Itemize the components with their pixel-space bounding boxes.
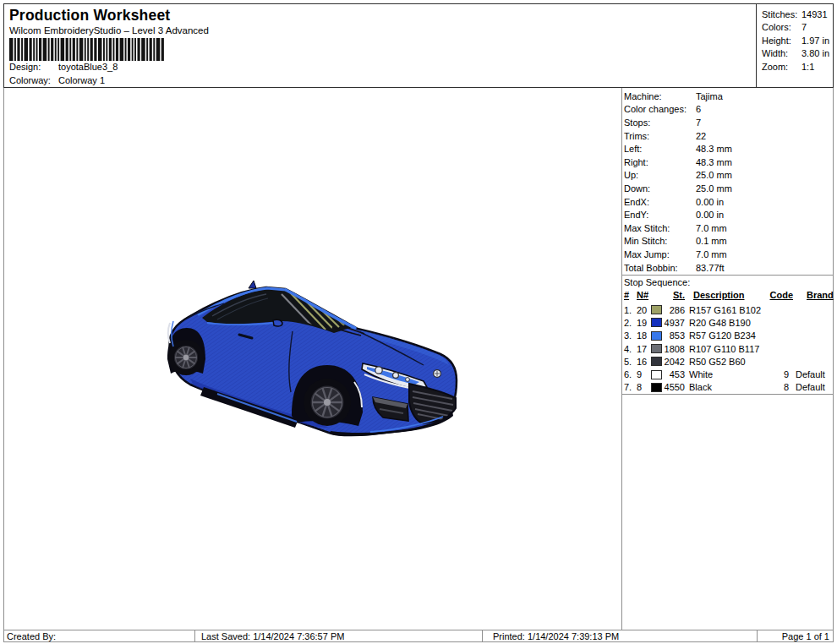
design-label: Design: xyxy=(9,62,58,72)
production-worksheet-page: Production Worksheet Wilcom EmbroiderySt… xyxy=(0,0,837,644)
machine-info-label: Color changes: xyxy=(624,104,696,114)
machine-info-label: Max Jump: xyxy=(624,249,696,259)
col-number: # xyxy=(624,290,637,300)
thread-description: R57 G120 B234 xyxy=(689,330,763,341)
created-by-label: Created By: xyxy=(7,631,56,641)
row-number: 6. xyxy=(624,369,637,379)
page-right-border xyxy=(833,88,834,641)
machine-info-value: 83.77ft xyxy=(696,263,725,273)
col-code: Code xyxy=(768,290,793,300)
stat-value: 1:1 xyxy=(801,61,814,74)
stat-row: Stitches: 14931 xyxy=(762,8,833,21)
machine-info-row: Max Stitch: 7.0 mm xyxy=(622,221,832,235)
machine-info-label: Up: xyxy=(624,170,696,180)
row-number: 1. xyxy=(624,305,637,315)
stop-sequence-row: 1. 20 286 R157 G161 B102 xyxy=(624,303,832,316)
stat-row: Colors: 7 xyxy=(762,21,833,34)
stat-label: Height: xyxy=(762,35,801,47)
machine-info-value: 7.0 mm xyxy=(696,223,727,233)
machine-info-row: Max Jump: 7.0 mm xyxy=(622,248,832,261)
col-stitches: St. xyxy=(664,290,685,300)
machine-info-value: 25.0 mm xyxy=(696,183,732,194)
stop-sequence-row: 3. 18 853 R57 G120 B234 xyxy=(624,330,832,342)
stitch-count: 4550 xyxy=(664,382,685,392)
machine-info-row: Color changes: 6 xyxy=(622,103,832,117)
page-left-border xyxy=(3,88,4,641)
row-number: 2. xyxy=(624,318,637,328)
page-number: Page 1 of 1 xyxy=(757,631,829,641)
app-subtitle: Wilcom EmbroideryStudio – Level 3 Advanc… xyxy=(9,25,209,35)
machine-info-row: Left: 48.3 mm xyxy=(622,142,832,156)
machine-info-value: 7 xyxy=(696,117,701,128)
footer-divider-1 xyxy=(194,630,195,641)
machine-info-value: 0.1 mm xyxy=(696,236,727,246)
needle-number: 8 xyxy=(637,382,651,392)
thread-code: 8 xyxy=(763,382,789,392)
page-title: Production Worksheet xyxy=(9,7,170,25)
stop-sequence-row: 2. 19 4937 R20 G48 B190 xyxy=(624,316,832,329)
thread-description: R107 G110 B117 xyxy=(689,344,763,354)
machine-info-value: 6 xyxy=(696,104,701,114)
needle-number: 18 xyxy=(637,330,651,341)
stat-row: Width: 3.80 in xyxy=(762,47,833,60)
machine-info-row: EndX: 0.00 in xyxy=(622,195,832,209)
stat-value: 14931 xyxy=(801,8,828,21)
machine-info-value: Tajima xyxy=(696,91,723,101)
stitch-count: 286 xyxy=(664,305,685,315)
machine-info-value: 48.3 mm xyxy=(696,144,732,154)
footer-divider-2 xyxy=(482,630,483,641)
stop-sequence-row: 6. 9 453 White 9 Default xyxy=(624,368,832,380)
row-number: 7. xyxy=(624,382,637,392)
stitch-count: 4937 xyxy=(664,318,685,328)
stop-sequence-row: 4. 17 1808 R107 G110 B117 xyxy=(624,342,832,355)
needle-number: 17 xyxy=(637,344,651,354)
machine-info-row: Stops: 7 xyxy=(622,116,832,129)
machine-info-panel: Machine: Tajima Color changes: 6 Stops: … xyxy=(622,90,832,274)
needle-number: 19 xyxy=(637,318,651,328)
thread-description: Black xyxy=(689,382,763,392)
stop-sequence-row: 5. 16 2042 R50 G52 B60 xyxy=(624,355,832,368)
needle-number: 16 xyxy=(637,357,651,367)
stat-label: Zoom: xyxy=(762,61,801,74)
stat-value: 3.80 in xyxy=(801,47,829,60)
page-bottom-border xyxy=(3,641,834,642)
design-row: Design: toyotaBlue3_8 xyxy=(9,62,118,72)
machine-info-value: 7.0 mm xyxy=(696,249,727,259)
needle-number: 9 xyxy=(637,369,651,379)
thread-color-swatch xyxy=(651,383,662,392)
stop-sequence-divider xyxy=(621,275,833,276)
stats-panel: Stitches: 14931 Colors: 7 Height: 1.97 i… xyxy=(756,3,834,88)
stop-sequence-row: 7. 8 4550 Black 8 Default xyxy=(624,381,832,394)
thread-color-swatch xyxy=(651,305,662,314)
colorway-row: Colorway: Colorway 1 xyxy=(9,75,105,85)
stat-label: Colors: xyxy=(762,21,801,34)
thread-color-swatch xyxy=(651,370,662,379)
thread-description: R157 G161 B102 xyxy=(689,305,763,315)
machine-info-value: 0.00 in xyxy=(696,210,724,220)
roof-antenna-fin xyxy=(249,281,256,288)
row-number: 4. xyxy=(624,344,637,354)
machine-info-value: 25.0 mm xyxy=(696,170,732,180)
col-description: Description xyxy=(693,290,768,300)
stat-label: Stitches: xyxy=(762,8,801,21)
needle-number: 20 xyxy=(637,305,651,315)
stat-row: Height: 1.97 in xyxy=(762,35,833,47)
thread-description: R50 G52 B60 xyxy=(689,357,763,367)
machine-info-label: Left: xyxy=(624,144,696,154)
footer-top-border xyxy=(3,630,834,630)
machine-info-row: Total Bobbin: 83.77ft xyxy=(622,261,832,275)
machine-info-row: Machine: Tajima xyxy=(622,90,832,103)
machine-info-row: EndY: 0.00 in xyxy=(622,208,832,221)
thread-color-swatch xyxy=(651,331,662,341)
machine-info-row: Min Stitch: 0.1 mm xyxy=(622,235,832,248)
design-barcode xyxy=(9,38,167,61)
row-number: 3. xyxy=(624,330,637,341)
machine-info-label: Max Stitch: xyxy=(624,223,696,233)
thread-color-swatch xyxy=(651,357,662,366)
machine-info-row: Down: 25.0 mm xyxy=(622,182,832,195)
machine-info-value: 48.3 mm xyxy=(696,157,732,167)
stop-sequence-title: Stop Sequence: xyxy=(624,277,690,287)
thread-color-swatch xyxy=(651,318,662,327)
stitch-count: 2042 xyxy=(664,357,685,367)
colorway-label: Colorway: xyxy=(9,75,58,85)
